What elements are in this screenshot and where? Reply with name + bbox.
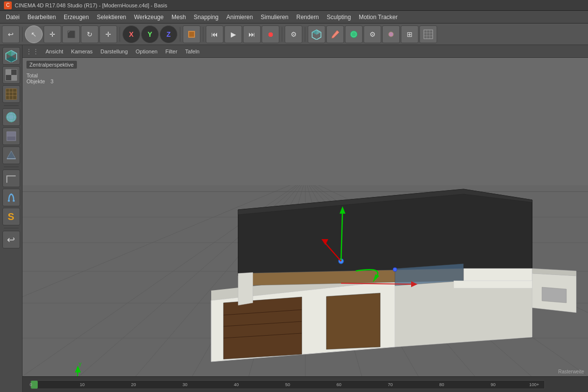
move-tool-button[interactable]: ✛ xyxy=(44,25,61,43)
menu-bar: Datei Bearbeiten Erzeugen Selektieren We… xyxy=(0,11,588,24)
menu-animieren[interactable]: Animieren xyxy=(222,13,257,22)
sidebar-s-btn[interactable]: S xyxy=(2,208,20,225)
axis-z-button[interactable]: Z xyxy=(160,25,177,43)
menu-datei[interactable]: Datei xyxy=(2,13,24,22)
viewport-menu-tafeln[interactable]: Tafeln xyxy=(182,48,203,55)
object-stats: Total Objekte 3 xyxy=(26,73,53,84)
viewport-menu-optionen[interactable]: Optionen xyxy=(132,48,161,55)
sidebar-checker-btn[interactable] xyxy=(2,66,20,84)
sidebar-sep-2 xyxy=(4,167,19,167)
menu-mesh[interactable]: Mesh xyxy=(168,13,190,22)
menu-werkzeuge[interactable]: Werkzeuge xyxy=(130,13,167,22)
undo-button[interactable]: ↩ xyxy=(2,25,20,43)
window-title: CINEMA 4D R17.048 Studio (R17) - [Modern… xyxy=(15,2,167,8)
cube-primitive-button[interactable] xyxy=(308,25,325,43)
render-settings-button[interactable]: ⚙ xyxy=(285,25,302,43)
svg-marker-66 xyxy=(326,293,380,349)
tl-30: 30 xyxy=(182,382,187,387)
viewport-top-bar: ⋮⋮ Ansicht Kameras Darstellung Optionen … xyxy=(23,45,588,58)
play-start-button[interactable]: ⏮ xyxy=(206,25,223,43)
title-bar: C CINEMA 4D R17.048 Studio (R17) - [Mode… xyxy=(0,0,588,11)
tl-10: 10 xyxy=(80,382,85,387)
svg-marker-3 xyxy=(317,30,321,35)
svg-rect-8 xyxy=(424,30,433,39)
sidebar-box-btn[interactable] xyxy=(2,127,20,145)
svg-point-27 xyxy=(6,112,16,122)
play-end-button[interactable]: ⏭ xyxy=(243,25,261,43)
svg-rect-1 xyxy=(189,32,194,37)
camera-label: Zentralperspektive xyxy=(26,61,77,69)
tl-90: 90 xyxy=(490,382,495,387)
grid-btn[interactable]: ⊞ xyxy=(401,25,418,43)
menu-motion-tracker[interactable]: Motion Tracker xyxy=(355,13,401,22)
svg-marker-75 xyxy=(454,281,532,288)
record-button[interactable]: ⏺ xyxy=(262,25,279,43)
sidebar-sphere-btn[interactable] xyxy=(2,108,20,126)
transform-tool-button[interactable]: ✛ xyxy=(99,25,117,43)
viewport-menu-filter[interactable]: Filter xyxy=(162,48,180,55)
draw-tool-btn[interactable] xyxy=(326,25,344,43)
svg-marker-14 xyxy=(11,50,17,56)
play-button[interactable]: ▶ xyxy=(224,25,242,43)
menu-selektieren[interactable]: Selektieren xyxy=(93,13,130,22)
tl-20: 20 xyxy=(131,382,136,387)
sidebar-sep-1 xyxy=(4,105,19,106)
axis-y-button[interactable]: Y xyxy=(141,25,159,43)
menu-sculpting[interactable]: Sculpting xyxy=(323,13,355,22)
viewport-menu-kameras[interactable]: Kameras xyxy=(68,48,96,55)
toolbar-separator-6 xyxy=(305,27,305,42)
menu-erzeugen[interactable]: Erzeugen xyxy=(60,13,93,22)
tl-60: 60 xyxy=(337,382,342,387)
object-mode-button[interactable] xyxy=(183,25,200,43)
sculpt-btn[interactable] xyxy=(345,25,363,43)
svg-rect-21 xyxy=(6,75,11,80)
svg-rect-20 xyxy=(11,70,17,75)
scale-tool-button[interactable]: ⬛ xyxy=(62,25,80,43)
main-area: S ↩ ⋮⋮ Ansicht Kameras Darstellung Optio… xyxy=(0,45,588,392)
toolbar-separator-4 xyxy=(203,27,203,42)
sidebar-undo-btn[interactable]: ↩ xyxy=(2,231,20,248)
gear-btn[interactable]: ⚙ xyxy=(364,25,381,43)
svg-rect-18 xyxy=(6,70,11,75)
cursor-tool-button[interactable]: ↖ xyxy=(25,25,43,43)
tl-50: 50 xyxy=(285,382,290,387)
menu-rendern[interactable]: Rendern xyxy=(293,13,323,22)
axis-x-button[interactable]: X xyxy=(122,25,140,43)
objects-count: 3 xyxy=(50,78,53,84)
timeline-bar: 0 10 20 30 40 50 60 70 80 90 100+ xyxy=(23,376,588,392)
toolbar-separator-2 xyxy=(120,27,120,42)
menu-bearbeiten[interactable]: Bearbeiten xyxy=(24,13,60,22)
extra-btn[interactable] xyxy=(419,25,437,43)
sidebar-sep-3 xyxy=(4,228,19,228)
menu-snapping[interactable]: Snapping xyxy=(190,13,222,22)
tl-100: 100+ xyxy=(529,382,539,387)
rotate-tool-button[interactable]: ↻ xyxy=(81,25,98,43)
total-label: Total xyxy=(26,73,38,78)
viewport-menu-ansicht[interactable]: Ansicht xyxy=(42,48,67,55)
tl-0: 0 xyxy=(29,382,32,387)
sidebar-loft-btn[interactable] xyxy=(2,147,20,164)
viewport[interactable]: ⋮⋮ Ansicht Kameras Darstellung Optionen … xyxy=(23,45,588,392)
sidebar-bend-btn[interactable] xyxy=(2,170,20,187)
svg-marker-15 xyxy=(6,50,11,56)
app-icon: C xyxy=(4,1,12,9)
sidebar-cube-btn[interactable] xyxy=(2,47,20,65)
svg-marker-70 xyxy=(464,269,532,281)
timeline-track[interactable]: 0 10 20 30 40 50 60 70 80 90 100+ xyxy=(30,380,545,389)
menu-simulieren[interactable]: Simulieren xyxy=(257,13,293,22)
svg-point-6 xyxy=(352,32,356,36)
svg-rect-22 xyxy=(6,89,17,99)
sidebar-magnet-btn[interactable] xyxy=(2,189,20,206)
toolbar-separator-1 xyxy=(22,27,23,42)
timeline-labels: 0 10 20 30 40 50 60 70 80 90 100+ xyxy=(31,381,544,389)
viewport-menu-darstellung[interactable]: Darstellung xyxy=(97,48,131,55)
sidebar-grid-obj-btn[interactable] xyxy=(2,85,20,103)
house-model: Y X xyxy=(23,58,588,376)
tl-40: 40 xyxy=(234,382,239,387)
tl-70: 70 xyxy=(388,382,393,387)
total-stat: Total xyxy=(26,73,53,78)
svg-marker-76 xyxy=(238,272,253,305)
frame-start: 0 10 20 30 40 50 60 70 80 90 100+ xyxy=(26,380,549,389)
svg-marker-67 xyxy=(238,189,532,276)
hair-btn[interactable] xyxy=(382,25,400,43)
